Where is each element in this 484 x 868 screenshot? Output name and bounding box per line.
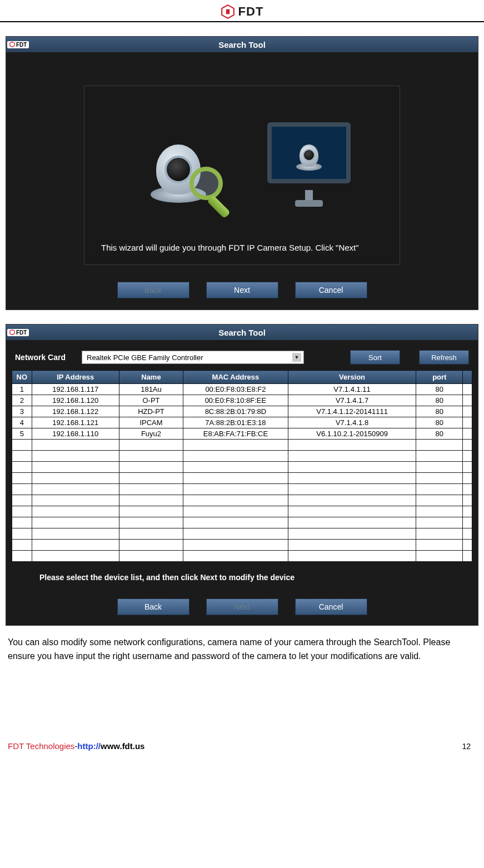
- dropdown-caret-icon: ▼: [292, 353, 301, 362]
- table-row-empty: [12, 462, 472, 473]
- cell-no: 5: [12, 428, 32, 440]
- window-title: Search Tool: [218, 328, 266, 337]
- cell-ip: 192.168.1.120: [32, 395, 119, 406]
- cell-version: V7.1.4.1.12-20141111: [288, 406, 416, 417]
- titlebar-brand: FDT: [16, 330, 27, 336]
- page-footer: FDT Technologies-http://www.fdt.us 12: [0, 741, 484, 762]
- next-button[interactable]: Next: [206, 598, 278, 615]
- titlebar-brand: FDT: [16, 42, 27, 48]
- instruction-text: Please select the device list, and then …: [39, 573, 468, 582]
- wizard-screenshot-2: FDT Search Tool Network Card Realtek PCI…: [6, 324, 478, 626]
- footer-company: FDT Technologies: [8, 741, 74, 751]
- table-row-empty: [12, 506, 472, 517]
- cancel-button[interactable]: Cancel: [295, 282, 367, 298]
- page-number: 12: [462, 742, 471, 751]
- sort-button[interactable]: Sort: [350, 350, 400, 365]
- cell-scroll: [463, 406, 472, 417]
- network-card-label: Network Card: [15, 353, 76, 362]
- table-row[interactable]: 4192.168.1.121IPCAM7A:88:2B:01:E3:18V7.1…: [12, 417, 472, 428]
- cell-no: 4: [12, 417, 32, 428]
- back-button[interactable]: Back: [117, 598, 189, 615]
- footer-url-host: www.fdt.us: [101, 741, 144, 751]
- table-row-empty: [12, 484, 472, 495]
- cell-scroll: [463, 428, 472, 440]
- table-header-row: NO IP Address Name MAC Address Version p…: [12, 371, 472, 384]
- table-row-empty: [12, 540, 472, 551]
- table-row-empty: [12, 528, 472, 540]
- table-row[interactable]: 3192.168.1.122HZD-PT8C:88:2B:01:79:8DV7.…: [12, 406, 472, 417]
- svg-rect-1: [226, 9, 229, 14]
- cell-port: 80: [416, 384, 463, 395]
- camera-search-icon: [128, 119, 228, 208]
- next-button[interactable]: Next: [206, 282, 278, 298]
- cell-version: V6.1.10.2.1-20150909: [288, 428, 416, 440]
- cell-port: 80: [416, 417, 463, 428]
- refresh-button[interactable]: Refresh: [419, 350, 469, 365]
- cell-name: HZD-PT: [119, 406, 183, 417]
- cell-ip: 192.168.1.121: [32, 417, 119, 428]
- svg-marker-3: [10, 330, 14, 335]
- cell-version: V7.1.4.1.11: [288, 384, 416, 395]
- col-name[interactable]: Name: [119, 371, 183, 384]
- cell-name: IPCAM: [119, 417, 183, 428]
- page-header: FDT: [0, 0, 484, 22]
- titlebar-logo: FDT: [7, 329, 29, 336]
- cell-port: 80: [416, 406, 463, 417]
- titlebar-logo: FDT: [7, 41, 29, 48]
- titlebar: FDT Search Tool: [6, 325, 478, 340]
- col-scroll: [463, 371, 472, 384]
- cancel-button[interactable]: Cancel: [295, 598, 367, 615]
- cell-ip: 192.168.1.110: [32, 428, 119, 440]
- cell-mac: E8:AB:FA:71:FB:CE: [183, 428, 288, 440]
- cell-name: 181Au: [119, 384, 183, 395]
- cell-mac: 00:E0:F8:10:8F:EE: [183, 395, 288, 406]
- cell-scroll: [463, 417, 472, 428]
- cell-mac: 8C:88:2B:01:79:8D: [183, 406, 288, 417]
- col-ip[interactable]: IP Address: [32, 371, 119, 384]
- back-button[interactable]: Back: [117, 282, 189, 298]
- network-card-select[interactable]: Realtek PCIe GBE Family Controller ▼: [82, 351, 304, 364]
- cell-scroll: [463, 384, 472, 395]
- fdt-logo: FDT: [221, 4, 264, 19]
- cell-ip: 192.168.1.122: [32, 406, 119, 417]
- wizard-screenshot-1: FDT Search Tool This wizard will guide y…: [6, 36, 478, 310]
- footer-url-scheme: http://: [77, 741, 101, 751]
- cell-scroll: [463, 395, 472, 406]
- svg-marker-2: [10, 42, 14, 47]
- table-row-empty: [12, 451, 472, 462]
- cell-name: O-PT: [119, 395, 183, 406]
- cell-no: 1: [12, 384, 32, 395]
- table-row[interactable]: 5192.168.1.110Fuyu2E8:AB:FA:71:FB:CEV6.1…: [12, 428, 472, 440]
- col-no[interactable]: NO: [12, 371, 32, 384]
- table-row[interactable]: 1192.168.1.117181Au00:E0:F8:03:E8:F2V7.1…: [12, 384, 472, 395]
- table-row-empty: [12, 440, 472, 451]
- cell-version: V7.1.4.1.8: [288, 417, 416, 428]
- table-row-empty: [12, 517, 472, 528]
- body-paragraph: You can also modify some network configu…: [8, 636, 476, 664]
- cell-port: 80: [416, 395, 463, 406]
- cell-ip: 192.168.1.117: [32, 384, 119, 395]
- table-row-empty: [12, 495, 472, 506]
- wizard-message: This wizard will guide you through FDT I…: [101, 242, 383, 253]
- cell-no: 3: [12, 406, 32, 417]
- cell-no: 2: [12, 395, 32, 406]
- table-row-empty: [12, 473, 472, 484]
- wizard-image-row: [101, 103, 383, 225]
- cell-mac: 00:E0:F8:03:E8:F2: [183, 384, 288, 395]
- cell-port: 80: [416, 428, 463, 440]
- fdt-logo-icon: [221, 4, 235, 19]
- monitor-icon: [262, 117, 356, 211]
- cell-mac: 7A:88:2B:01:E3:18: [183, 417, 288, 428]
- col-mac[interactable]: MAC Address: [183, 371, 288, 384]
- col-port[interactable]: port: [416, 371, 463, 384]
- fdt-logo-text: FDT: [238, 4, 264, 19]
- titlebar: FDT Search Tool: [6, 37, 478, 52]
- device-table: NO IP Address Name MAC Address Version p…: [12, 370, 472, 562]
- network-card-value: Realtek PCIe GBE Family Controller: [87, 353, 203, 362]
- table-row-empty: [12, 551, 472, 562]
- window-title: Search Tool: [218, 40, 266, 49]
- cell-version: V7.1.4.1.7: [288, 395, 416, 406]
- col-version[interactable]: Version: [288, 371, 416, 384]
- table-row[interactable]: 2192.168.1.120O-PT00:E0:F8:10:8F:EEV7.1.…: [12, 395, 472, 406]
- cell-name: Fuyu2: [119, 428, 183, 440]
